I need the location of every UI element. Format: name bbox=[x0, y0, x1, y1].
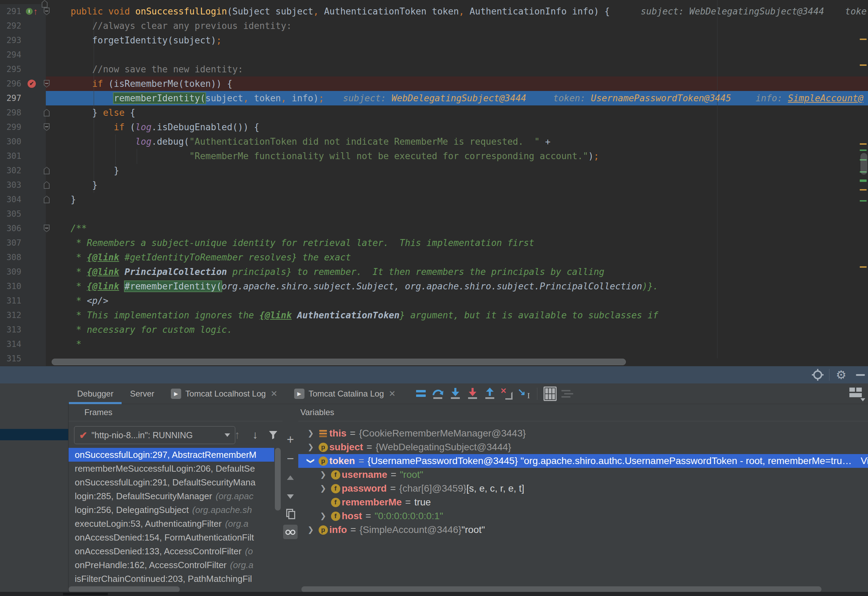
match-mark[interactable] bbox=[860, 200, 867, 201]
code-line-303[interactable]: 303 } bbox=[0, 178, 868, 192]
frames-horizontal-scrollbar[interactable] bbox=[69, 586, 180, 592]
code-line-307[interactable]: 307 * Remembers a subject-unique identit… bbox=[0, 236, 868, 250]
editor-vertical-scrollbar[interactable] bbox=[861, 153, 867, 175]
fold-marker[interactable] bbox=[44, 0, 47, 9]
next-frame-icon[interactable]: ↓ bbox=[248, 426, 262, 444]
variable-row-username[interactable]: ❯fusername="root" bbox=[298, 468, 868, 482]
remove-watch-icon[interactable]: − bbox=[283, 451, 298, 466]
code-line-297[interactable]: 297 rememberIdentity(subject, token, inf… bbox=[0, 91, 868, 105]
restore-layout-icon[interactable] bbox=[849, 386, 865, 401]
step-out-icon[interactable] bbox=[483, 386, 497, 401]
code-line-305[interactable]: 305 bbox=[0, 207, 868, 221]
match-mark[interactable] bbox=[860, 149, 867, 151]
run-to-cursor-icon[interactable]: ↘I bbox=[517, 386, 531, 401]
variable-row-subject[interactable]: ❯psubject={WebDelegatingSubject@3444} bbox=[298, 440, 868, 454]
evaluate-expression-icon[interactable] bbox=[543, 386, 557, 401]
warning-mark[interactable] bbox=[860, 64, 867, 66]
code-editor[interactable]: 291I↑public void onSuccessfulLogin(Subje… bbox=[0, 0, 868, 366]
variable-row-rememberMe[interactable]: frememberMe=true bbox=[298, 495, 868, 509]
variables-horizontal-scrollbar[interactable] bbox=[301, 586, 822, 592]
chevron-icon[interactable]: ❯ bbox=[317, 470, 329, 479]
code-line-314[interactable]: 314 * bbox=[0, 337, 868, 351]
code-line-310[interactable]: 310 * {@link #rememberIdentity(org.apach… bbox=[0, 279, 868, 294]
close-icon[interactable]: ✕ bbox=[271, 389, 278, 399]
move-down-icon[interactable] bbox=[283, 489, 298, 504]
chevron-icon[interactable]: ❯ bbox=[304, 429, 317, 438]
variable-row-info[interactable]: ❯pinfo={SimpleAccount@3446} "root" bbox=[298, 523, 868, 537]
code-line-302[interactable]: 302 } bbox=[0, 163, 868, 178]
code-line-292[interactable]: 292 //always clear any previous identity… bbox=[0, 19, 868, 33]
frames-vertical-scrollbar[interactable] bbox=[275, 448, 281, 510]
frame-row[interactable]: login:285, DefaultSecurityManager(org.ap… bbox=[69, 489, 274, 503]
frame-row[interactable]: onPreHandle:162, AccessControlFilter(org… bbox=[69, 558, 274, 572]
target-icon[interactable] bbox=[810, 366, 825, 383]
code-line-294[interactable]: 294 bbox=[0, 47, 868, 62]
code-line-312[interactable]: 312 * This implementation ignores the {@… bbox=[0, 308, 868, 322]
variable-row-token[interactable]: ❯ptoken={UsernamePasswordToken@3445} "or… bbox=[298, 454, 868, 468]
warning-mark[interactable] bbox=[860, 38, 867, 40]
trace-settings-icon[interactable] bbox=[560, 386, 574, 401]
variable-row-host[interactable]: ❯fhost="0:0:0:0:0:0:0:1" bbox=[298, 509, 868, 523]
close-icon[interactable]: ✕ bbox=[389, 389, 396, 399]
force-step-into-icon[interactable] bbox=[465, 386, 480, 401]
frame-row[interactable]: onSuccessfulLogin:291, DefaultSecurityMa… bbox=[69, 475, 274, 489]
step-into-icon[interactable] bbox=[448, 386, 463, 401]
fold-marker[interactable] bbox=[44, 109, 50, 117]
code-line-306[interactable]: 306/** bbox=[0, 221, 868, 236]
exec-point-icon[interactable] bbox=[414, 386, 428, 401]
variable-row-this[interactable]: ❯this={CookieRememberMeManager@3443} bbox=[298, 426, 868, 440]
tab-tomcat-localhost-log[interactable]: ▶Tomcat Localhost Log✕ bbox=[162, 383, 286, 404]
fold-marker[interactable] bbox=[44, 123, 50, 131]
breakpoint-icon[interactable]: ✔ bbox=[21, 77, 42, 91]
frame-row[interactable]: onAccessDenied:133, AccessControlFilter(… bbox=[69, 544, 274, 558]
tab-server[interactable]: Server bbox=[122, 383, 162, 404]
editor-horizontal-scrollbar[interactable] bbox=[52, 359, 626, 365]
show-watches-icon[interactable] bbox=[283, 525, 298, 539]
warning-mark[interactable] bbox=[860, 143, 867, 145]
warning-mark[interactable] bbox=[860, 189, 867, 191]
code-line-295[interactable]: 295 //now save the new identity: bbox=[0, 62, 868, 77]
frame-row[interactable]: onSuccessfulLogin:297, AbstractRememberM bbox=[69, 448, 274, 461]
code-line-296[interactable]: 296✔ if (isRememberMe(token)) { bbox=[0, 77, 868, 91]
fold-marker[interactable] bbox=[44, 225, 50, 232]
frame-row[interactable]: login:256, DelegatingSubject(org.apache.… bbox=[69, 503, 274, 517]
code-line-311[interactable]: 311 * <p/> bbox=[0, 294, 868, 308]
code-line-299[interactable]: 299 if (log.isDebugEnabled()) { bbox=[0, 120, 868, 135]
drop-frame-icon[interactable]: ✕ bbox=[500, 386, 514, 401]
frame-row[interactable]: onAccessDenied:154, FormAuthenticationFi… bbox=[69, 531, 274, 544]
code-line-309[interactable]: 309 * {@link PrincipalCollection princip… bbox=[0, 265, 868, 279]
view-link[interactable]: View bbox=[861, 456, 868, 466]
fold-marker[interactable] bbox=[44, 80, 50, 87]
chevron-icon[interactable]: ❯ bbox=[304, 443, 317, 452]
filter-icon[interactable] bbox=[266, 426, 280, 444]
chevron-icon[interactable]: ❯ bbox=[317, 484, 329, 493]
code-line-301[interactable]: 301 "RememberMe functionality will not b… bbox=[0, 149, 868, 163]
thread-selector[interactable]: ✔ "http-nio-8...in": RUNNING bbox=[74, 426, 235, 444]
code-line-308[interactable]: 308 * {@link #getIdentityToRemember reso… bbox=[0, 250, 868, 265]
code-line-300[interactable]: 300 log.debug("AuthenticationToken did n… bbox=[0, 135, 868, 149]
code-line-313[interactable]: 313 * necessary for custom logic. bbox=[0, 322, 868, 337]
error-stripe[interactable] bbox=[858, 0, 868, 366]
code-line-304[interactable]: 304} bbox=[0, 192, 868, 207]
fold-marker[interactable] bbox=[44, 181, 50, 189]
code-line-293[interactable]: 293 forgetIdentity(subject); bbox=[0, 33, 868, 47]
code-line-298[interactable]: 298 } else { bbox=[0, 105, 868, 120]
add-watch-icon[interactable]: + bbox=[283, 432, 298, 447]
frame-row[interactable]: isFilterChainContinued:203, PathMatching… bbox=[69, 572, 274, 584]
chevron-icon[interactable]: ❯ bbox=[317, 512, 329, 521]
frame-row[interactable]: executeLogin:53, AuthenticatingFilter(or… bbox=[69, 517, 274, 531]
chevron-icon[interactable]: ❯ bbox=[306, 455, 315, 467]
override-method-icon[interactable]: I↑ bbox=[21, 4, 42, 19]
minimize-icon[interactable] bbox=[853, 366, 867, 383]
step-over-icon[interactable] bbox=[431, 386, 445, 401]
frame-row[interactable]: rememberMeSuccessfulLogin:206, DefaultSe bbox=[69, 461, 274, 475]
fold-marker[interactable] bbox=[44, 167, 50, 175]
move-up-icon[interactable] bbox=[283, 470, 298, 485]
duplicate-icon[interactable] bbox=[283, 506, 298, 521]
match-mark[interactable] bbox=[860, 179, 867, 182]
fold-marker[interactable] bbox=[44, 196, 50, 203]
code-line-291[interactable]: 291I↑public void onSuccessfulLogin(Subje… bbox=[0, 4, 868, 19]
tab-tomcat-catalina-log[interactable]: ▶Tomcat Catalina Log✕ bbox=[286, 383, 404, 404]
previous-frame-icon[interactable]: ↑ bbox=[230, 426, 244, 444]
gear-icon[interactable]: ⚙ bbox=[834, 366, 849, 383]
